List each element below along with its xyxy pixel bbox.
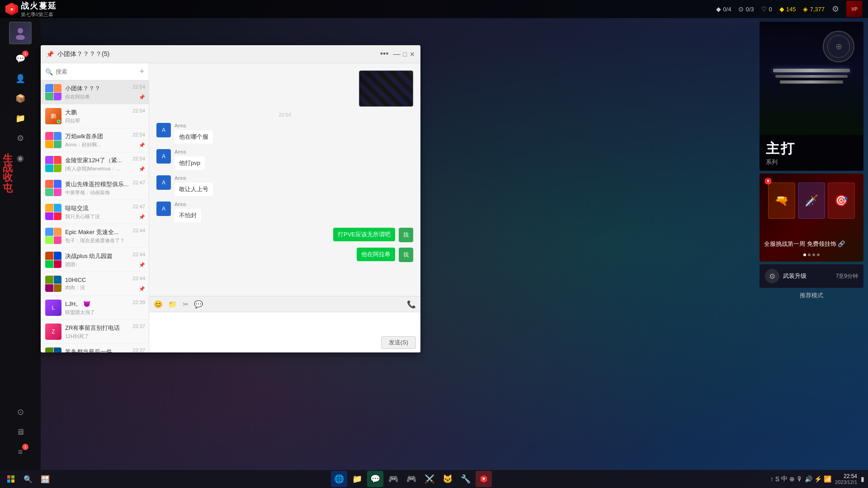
contact-item-9[interactable]: 10HICC 肉肉：没 22:44 📌 — [41, 272, 149, 296]
contact-item-11[interactable]: Z ZR有事留言别打电话 12H到死了 22:37 — [41, 320, 149, 344]
sidebar-friends-icon[interactable]: 👤 — [11, 70, 29, 88]
contact-item-5[interactable]: 黄山先锋遥控模型俱乐... 中黄带领：动画装饰 22:47 — [41, 176, 149, 200]
recommend-label: 武装升级 — [783, 272, 807, 280]
assists-icon: ⊙ — [738, 5, 744, 13]
taskbar-app4[interactable]: 🐱 — [439, 471, 456, 487]
promo-dot-1 — [803, 253, 806, 256]
stat-kills: ◆ 0/4 — [716, 5, 731, 13]
msg-content-4: Arms 不怕封 — [175, 202, 201, 222]
recommend-mode-label: 推荐模式 — [760, 290, 863, 301]
kills-icon: ◆ — [716, 5, 721, 13]
contact-preview-6: 我只关心睡了没 — [65, 213, 144, 220]
sidebar-history-icon[interactable]: ⊙ — [11, 403, 29, 421]
emoji-icon[interactable]: 😊 — [154, 300, 163, 309]
contact-item-12[interactable]: 装备都当最后一件 ... 这个ICC真句八简单 2小... 22:37 📌 — [41, 344, 149, 352]
stat-assists: ⊙ 0/3 — [738, 5, 754, 13]
window-title: 小团体？？？？(5) — [57, 50, 109, 58]
contact-item-4[interactable]: 金陵世家12H了（紧... [有人@我]Marvelous：... 22:54 … — [41, 152, 149, 176]
network-icon[interactable]: ↑ — [770, 475, 774, 483]
add-contact-button[interactable]: + — [139, 67, 144, 76]
sidebar-device-icon[interactable]: 🖥 — [11, 423, 29, 441]
contact-avatar-1 — [45, 84, 61, 100]
contact-item-7[interactable]: Epic Maker 竞速全... 包子：现在是难度修改了？ 22:44 — [41, 224, 149, 248]
input-icon[interactable]: S — [775, 475, 779, 483]
wifi-icon[interactable]: 📶 — [824, 475, 831, 483]
taskview-button[interactable]: 🪟 — [38, 472, 52, 486]
folder-icon[interactable]: 📁 — [168, 300, 177, 309]
search-input[interactable] — [56, 68, 137, 75]
phone-icon[interactable]: 📞 — [407, 300, 416, 309]
taskbar-game2[interactable]: 🎮 — [403, 471, 420, 487]
taskbar-explorer[interactable]: 📁 — [349, 471, 365, 487]
msg-1: A Arms 他在哪个服 — [156, 123, 413, 144]
mic-icon[interactable]: 🎙 — [797, 475, 803, 483]
contact-item-6[interactable]: 哒哒交流 我只关心睡了没 22:47 📌 — [41, 200, 149, 224]
window-maximize-btn[interactable]: □ — [403, 51, 407, 58]
svg-rect-5 — [11, 479, 14, 483]
msg-image — [156, 70, 413, 107]
contact-item-8[interactable]: 决战plus 幼儿园篇 团团↑ 22:44 📌 — [41, 248, 149, 272]
contact-preview-2: 同拉帮 — [65, 117, 144, 124]
window-controls: ••• — □ ✕ — [378, 49, 415, 59]
battery-icon[interactable]: ⚡ — [814, 475, 822, 483]
chat-input[interactable] — [154, 316, 416, 336]
settings-button[interactable]: ⚙ — [832, 4, 839, 14]
start-button[interactable] — [4, 472, 18, 486]
taskbar-edge[interactable]: 🌐 — [331, 471, 347, 487]
window-more-btn[interactable]: ••• — [378, 49, 391, 59]
ime-icon[interactable]: 中 — [781, 475, 788, 483]
contact-avatar-12 — [45, 347, 61, 352]
msg-content-2: Arms 他打pvp — [175, 149, 205, 170]
chat-bubble-icon[interactable]: 💬 — [194, 300, 203, 309]
msg-avatar-4: A — [156, 202, 171, 216]
promo-text: 全服挑战第一周 免费领挂饰 🔗 — [764, 240, 845, 247]
volume-icon[interactable]: 🔊 — [805, 475, 812, 483]
contact-pin-3: 📌 — [139, 142, 145, 148]
scissors-icon[interactable]: ✂ — [183, 300, 189, 309]
msg-sender-2: Arms — [175, 149, 205, 155]
clock[interactable]: 22:54 2023/12/1 — [835, 473, 857, 485]
contact-avatar-4 — [45, 156, 61, 172]
promo-dot-2 — [808, 253, 811, 256]
contact-item-3[interactable]: 万焰wlk首杀团 Arms：好好啊... 22:54 📌 — [41, 128, 149, 152]
user-avatar[interactable]: VP — [846, 1, 863, 17]
tray-expand[interactable]: ⊕ — [789, 475, 795, 483]
contact-preview-9: 肉肉：没 — [65, 284, 144, 291]
taskbar-app5[interactable]: 🔧 — [458, 471, 474, 487]
taskbar-valorant[interactable] — [476, 471, 492, 487]
gun-2 — [775, 75, 848, 78]
msg-avatar-2: A — [156, 149, 171, 164]
weapons-image: ⊕ — [760, 22, 863, 135]
window-minimize-btn[interactable]: — — [393, 50, 401, 58]
contact-item-2[interactable]: 鹏 大鹏 同拉帮 22:54 — [41, 104, 149, 128]
taskbar-wechat[interactable]: 💬 — [367, 471, 383, 487]
send-button[interactable]: 发送(S) — [381, 336, 416, 349]
sidebar-files-icon[interactable]: 📁 — [11, 109, 29, 127]
taskbar-game3[interactable]: ⚔️ — [421, 471, 438, 487]
show-desktop[interactable]: ▮ — [861, 475, 864, 483]
msg-sender-4: Arms — [175, 202, 201, 207]
menu-badge: 1 — [22, 444, 28, 450]
contact-item-1[interactable]: 小团体？？？ 你在阿拉希 22:54 📌 — [41, 80, 149, 104]
sidebar-bottom: ⊙ 🖥 ≡ 1 — [0, 403, 41, 461]
contact-item-10[interactable]: L LJH。 😈 联盟团太强了 22:39 — [41, 296, 149, 320]
chat-area: 22:54 A Arms 他在哪个服 A Arms 他打pvp A — [149, 63, 420, 352]
contact-time-7: 22:44 — [132, 228, 145, 233]
window-close-btn[interactable]: ✕ — [410, 51, 415, 58]
taskbar-game1[interactable]: 🎮 — [385, 471, 401, 487]
promo-card[interactable]: 🔫 🗡️ 🎯 全服挑战第一周 免费领挂饰 🔗 — [760, 174, 863, 262]
contact-time-3: 22:54 — [132, 132, 145, 137]
vp-icon: ◈ — [803, 5, 808, 13]
gun-1 — [773, 69, 850, 72]
sidebar-chat-icon[interactable]: 💬 1 — [11, 50, 29, 68]
recommend-time: 7至9分钟 — [836, 272, 858, 280]
sidebar-menu-icon[interactable]: ≡ 1 — [11, 443, 29, 461]
user-profile-avatar[interactable] — [9, 22, 32, 44]
contact-avatar-6 — [45, 204, 61, 220]
timestamp-center: 22:54 — [156, 112, 413, 117]
svg-rect-4 — [7, 479, 10, 483]
msg-sender-3: Arms — [175, 175, 213, 181]
search-taskbar-button[interactable]: 🔍 — [21, 472, 35, 486]
recommend-left: ⚙ 武装升级 — [765, 269, 807, 283]
sidebar-store-icon[interactable]: 📦 — [11, 89, 29, 108]
